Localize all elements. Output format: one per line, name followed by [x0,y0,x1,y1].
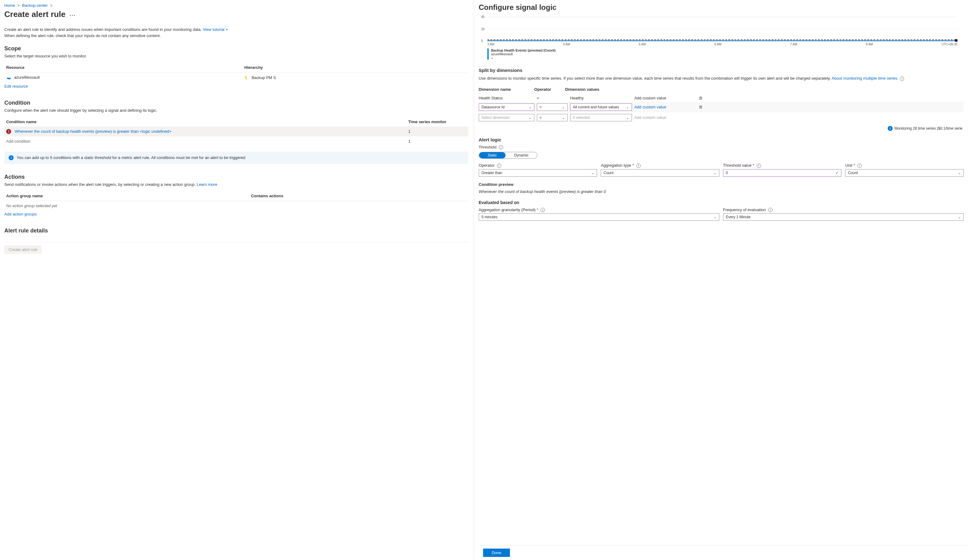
aggregation-granularity-label: Aggregation granularity (Period) * i [479,207,719,212]
add-condition-link[interactable]: Add condition [4,137,406,146]
dimension-name-select[interactable]: Datasource Id⌄ [479,103,534,111]
dimension-values-select[interactable]: 0 selected⌄ [570,114,632,121]
check-icon: ✓ [835,171,839,175]
chevron-down-icon: ⌄ [958,171,961,175]
scope-hierarchy-name: Backup PM S [252,75,276,80]
condition-preview-text: Whenever the count of backup health even… [479,189,964,194]
delete-dimension-icon[interactable]: 🗑 [699,105,703,109]
chevron-down-icon: ⌄ [562,105,565,109]
chevron-down-icon: ⌄ [626,105,629,109]
threshold-toggle[interactable]: Static Dynamic [479,152,538,159]
threshold-static-option[interactable]: Static [479,152,506,159]
evaluated-based-on-heading: Evaluated based on [479,200,964,205]
chevron-down-icon: ⌄ [958,215,961,219]
chart-series-line [487,40,956,41]
threshold-dynamic-option[interactable]: Dynamic [506,152,537,159]
more-actions-icon[interactable]: ⋯ [69,12,75,19]
aggregation-type-label: Aggregation type * i [601,163,719,168]
info-icon[interactable]: i [768,208,772,212]
done-button[interactable]: Done [483,548,510,557]
y-tick-20: 20 [481,28,485,31]
split-dimensions-heading: Split by dimensions [479,68,964,73]
svg-rect-2 [246,79,247,80]
x-tick: 8 AM [866,43,873,46]
x-tick: 6 AM [714,43,721,46]
add-custom-value-link[interactable]: Add custom value [635,105,666,109]
chevron-down-icon: ⌄ [562,116,565,120]
scope-row: azurefilesvault Backup PM S [4,73,468,83]
condition-ts-value: 1 [406,127,468,136]
condition-row[interactable]: ! Whenever the count of backup health ev… [4,127,468,137]
legend-color-swatch [487,48,489,59]
unit-label: Unit * i [845,163,964,168]
threshold-value-input[interactable]: 0✓ [723,169,842,177]
unit-select[interactable]: Count⌄ [845,169,964,177]
dimension-operator-select[interactable]: =⌄ [537,103,568,111]
operator-select[interactable]: Greater than⌄ [479,169,597,177]
info-icon[interactable]: i [757,164,761,168]
info-icon[interactable]: i [636,164,641,168]
view-tutorial-link[interactable]: View tutorial + [202,27,228,32]
add-action-groups-link[interactable]: Add action groups [4,211,37,218]
info-icon: i [888,126,893,131]
details-heading: Alert rule details [4,228,468,234]
dimension-values-select[interactable]: All current and future values⌄ [570,103,632,111]
dim-val-cell: Healthy [570,96,632,100]
x-tick: 5 AM [639,43,646,46]
info-icon[interactable]: i [497,164,501,168]
info-icon: i [9,155,13,160]
monitoring-note: Monitoring 28 time series ($0.1/time ser… [895,126,963,131]
aggregation-granularity-select[interactable]: 5 minutes⌄ [479,213,719,221]
dim-name-cell: Health Status [479,96,534,100]
info-icon[interactable]: i [540,208,545,212]
frequency-select[interactable]: Every 1 Minute⌄ [723,213,964,221]
create-alert-rule-button[interactable]: Create alert rule [4,245,42,254]
add-custom-value-text: Add custom value [635,96,696,100]
info-icon[interactable]: i [499,145,503,149]
aggregation-type-select[interactable]: Count⌄ [601,169,719,177]
info-icon[interactable]: i [900,76,904,81]
info-icon[interactable]: i [857,164,862,168]
actions-col-name: Action group name [4,191,249,201]
breadcrumb-sep: > [50,3,53,8]
add-custom-value-disabled: Add custom value [635,115,696,120]
condition-col-ts: Time series monitor [406,117,468,127]
condition-sub: Configure when the alert rule should tri… [4,108,468,113]
scope-col-resource: Resource [4,63,242,73]
dim-col-name: Dimension name [479,87,534,92]
legend-value: -- [491,56,556,59]
operator-label: Operator i [479,163,597,168]
dim-col-operator: Operator [534,87,565,92]
dimension-operator-select[interactable]: =⌄ [537,114,568,121]
split-dimensions-link[interactable]: About monitoring multiple time series [832,76,898,81]
threshold-value-label: Threshold value * i [723,163,842,168]
breadcrumb-sep: > [17,3,20,8]
actions-learn-more-link[interactable]: Learn more [197,182,217,187]
legend-title: Backup Health Events (preview) (Count) [491,48,556,52]
x-tick: 3 AM [487,43,494,46]
condition-name-link[interactable]: Whenever the count of backup health even… [15,129,171,134]
intro-text: Create an alert rule to identify and add… [4,26,468,39]
edit-resource-link[interactable]: Edit resource [4,83,28,90]
chevron-down-icon: ⌄ [713,215,716,219]
chevron-down-icon: ⌄ [713,171,716,175]
actions-heading: Actions [4,174,468,180]
breadcrumb-home[interactable]: Home [4,3,15,8]
breadcrumb-backup-center[interactable]: Backup center [22,3,48,8]
actions-col-contains: Contains actions [249,191,468,201]
chevron-down-icon: ⌄ [626,116,629,120]
actions-sub: Send notifications or invoke actions whe… [4,182,468,187]
condition-preview-heading: Condition preview [479,182,964,187]
dimension-row-health-status: Health Status = Healthy Add custom value… [479,94,964,102]
scope-sub: Select the target resource you wish to m… [4,54,468,58]
chart-current-point [955,39,958,42]
scope-col-hierarchy: Hierarchy [242,63,468,73]
frequency-label: Frequency of evaluation i [723,207,964,212]
chevron-down-icon: ⌄ [591,171,594,175]
dimension-name-select[interactable]: Select dimension⌄ [479,114,534,121]
page-title-text: Create alert rule [4,10,65,19]
key-icon [244,76,249,80]
alert-logic-heading: Alert logic [479,137,964,142]
y-tick-0: 0 [481,39,483,43]
delete-dimension-icon[interactable]: 🗑 [699,96,703,100]
